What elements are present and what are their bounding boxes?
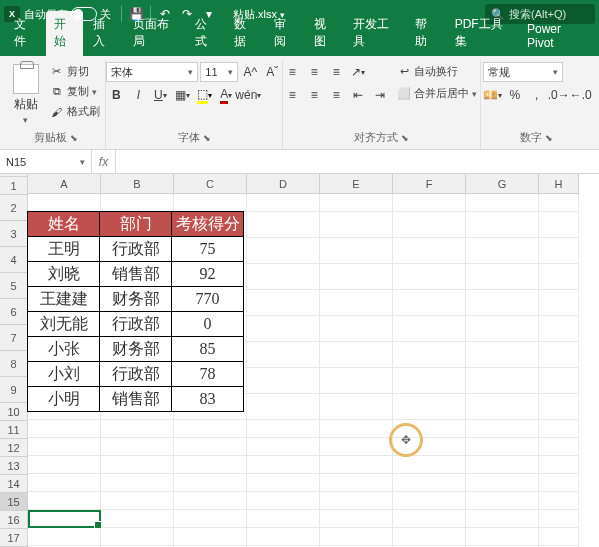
cell[interactable]: [174, 474, 247, 492]
col-header-C[interactable]: C: [174, 174, 247, 194]
cell[interactable]: [320, 394, 393, 420]
tab-PDF工具集[interactable]: PDF工具集: [447, 11, 517, 56]
border-button[interactable]: ▦▾: [172, 85, 192, 105]
cell[interactable]: [393, 456, 466, 474]
table-cell[interactable]: 小刘: [27, 361, 100, 387]
cell[interactable]: [320, 368, 393, 394]
cell[interactable]: [247, 510, 320, 528]
increase-indent-icon[interactable]: ⇥: [370, 85, 390, 105]
table-cell[interactable]: 王明: [27, 236, 100, 262]
cell[interactable]: [101, 456, 174, 474]
cell[interactable]: [101, 510, 174, 528]
decrease-font-icon[interactable]: Aˇ: [262, 62, 282, 82]
tab-视图[interactable]: 视图: [306, 11, 344, 56]
tab-帮助[interactable]: 帮助: [407, 11, 445, 56]
tab-审阅[interactable]: 审阅: [266, 11, 304, 56]
row-header-2[interactable]: 2: [0, 195, 28, 221]
cell[interactable]: [466, 456, 539, 474]
cell[interactable]: [28, 438, 101, 456]
cell[interactable]: [247, 238, 320, 264]
font-name-select[interactable]: 宋体▾: [106, 62, 198, 82]
row-header-7[interactable]: 7: [0, 325, 28, 351]
cell[interactable]: [393, 420, 466, 438]
table-cell[interactable]: 770: [171, 286, 244, 312]
cell[interactable]: [247, 420, 320, 438]
fx-icon[interactable]: fx: [92, 150, 116, 173]
cell[interactable]: [539, 394, 579, 420]
row-header-8[interactable]: 8: [0, 351, 28, 377]
tab-数据[interactable]: 数据: [226, 11, 264, 56]
increase-decimal-icon[interactable]: .0→: [549, 85, 569, 105]
cell[interactable]: [393, 194, 466, 212]
cell[interactable]: [393, 238, 466, 264]
cell[interactable]: [320, 342, 393, 368]
cell[interactable]: [320, 420, 393, 438]
increase-font-icon[interactable]: A^: [240, 62, 260, 82]
cell[interactable]: [539, 510, 579, 528]
cell[interactable]: [539, 528, 579, 546]
cell[interactable]: [539, 492, 579, 510]
percent-icon[interactable]: %: [505, 85, 525, 105]
cell[interactable]: [247, 290, 320, 316]
cell[interactable]: [539, 438, 579, 456]
cell[interactable]: [320, 194, 393, 212]
table-cell[interactable]: 刘晓: [27, 261, 100, 287]
table-cell[interactable]: 行政部: [99, 361, 172, 387]
merge-center-button[interactable]: ⬜合并后居中▾: [394, 84, 480, 103]
cell[interactable]: [28, 492, 101, 510]
table-cell[interactable]: 销售部: [99, 261, 172, 287]
cell[interactable]: [174, 492, 247, 510]
row-header-13[interactable]: 13: [0, 457, 28, 475]
table-header[interactable]: 部门: [99, 211, 172, 237]
col-header-F[interactable]: F: [393, 174, 466, 194]
cell[interactable]: [174, 510, 247, 528]
cell[interactable]: [28, 456, 101, 474]
cell[interactable]: [393, 492, 466, 510]
table-cell[interactable]: 0: [171, 311, 244, 337]
cell[interactable]: [393, 510, 466, 528]
table-cell[interactable]: 行政部: [99, 311, 172, 337]
underline-button[interactable]: U▾: [150, 85, 170, 105]
name-box[interactable]: N15▾: [0, 150, 92, 173]
cell[interactable]: [101, 438, 174, 456]
cell[interactable]: [320, 456, 393, 474]
cell[interactable]: [28, 420, 101, 438]
italic-button[interactable]: I: [128, 85, 148, 105]
table-cell[interactable]: 83: [171, 386, 244, 412]
cell[interactable]: [101, 194, 174, 212]
cell[interactable]: [393, 342, 466, 368]
cell[interactable]: [101, 474, 174, 492]
cell[interactable]: [247, 456, 320, 474]
cell[interactable]: [320, 510, 393, 528]
cell[interactable]: [466, 528, 539, 546]
cell[interactable]: [466, 474, 539, 492]
cell[interactable]: [466, 368, 539, 394]
tab-Power Pivot[interactable]: Power Pivot: [519, 17, 593, 56]
cell[interactable]: [247, 194, 320, 212]
cell[interactable]: [320, 438, 393, 456]
font-color-button[interactable]: A▾: [216, 85, 236, 105]
paste-button[interactable]: 粘贴 ▾: [9, 62, 43, 127]
cell[interactable]: [539, 194, 579, 212]
row-header-5[interactable]: 5: [0, 273, 28, 299]
cut-button[interactable]: ✂剪切: [47, 62, 103, 81]
table-cell[interactable]: 销售部: [99, 386, 172, 412]
phonetic-button[interactable]: wén▾: [238, 85, 258, 105]
decrease-decimal-icon[interactable]: ←.0: [571, 85, 591, 105]
cell[interactable]: [247, 212, 320, 238]
cell[interactable]: [28, 528, 101, 546]
align-middle-icon[interactable]: ≡: [304, 62, 324, 82]
tab-页面布局[interactable]: 页面布局: [125, 11, 184, 56]
cell[interactable]: [320, 238, 393, 264]
cell[interactable]: [174, 194, 247, 212]
table-cell[interactable]: 刘无能: [27, 311, 100, 337]
cell[interactable]: [320, 316, 393, 342]
dialog-launcher-icon[interactable]: ⬊: [545, 133, 553, 143]
col-header-G[interactable]: G: [466, 174, 539, 194]
row-header-11[interactable]: 11: [0, 421, 28, 439]
format-painter-button[interactable]: 🖌格式刷: [47, 102, 103, 121]
row-header-15[interactable]: 15: [0, 493, 28, 511]
cell[interactable]: [320, 264, 393, 290]
fill-color-button[interactable]: ⬚▾: [194, 85, 214, 105]
row-header-1[interactable]: 1: [0, 177, 28, 195]
